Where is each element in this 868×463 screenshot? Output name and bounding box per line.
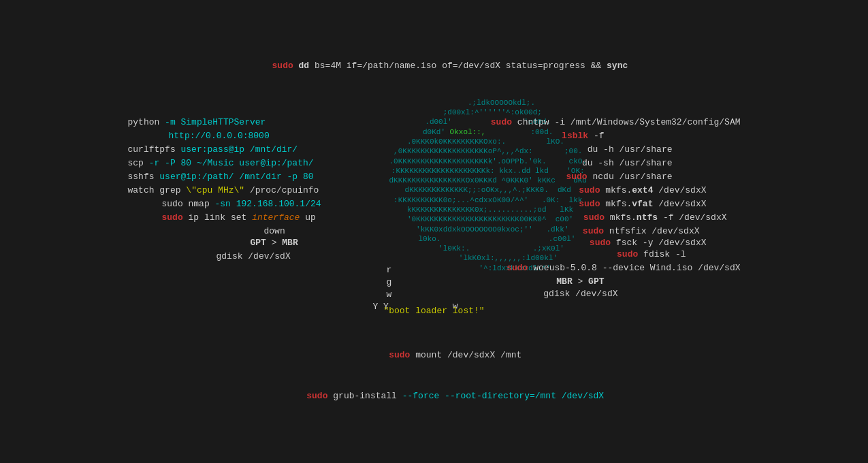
grub-install-line: sudo grub-install --force --root-directo… [128, 377, 741, 416]
gdisk-cmd-left: gdisk /dev/sdX [216, 251, 291, 261]
dd-command-line: sudo dd bs=4M if=/path/name.iso of=/dev/… [128, 47, 741, 86]
python-label: python [128, 117, 165, 127]
ip-sudo: sudo [162, 212, 183, 223]
grub-sudo: sudo [306, 391, 327, 401]
lsblk-label: lsblk [562, 131, 588, 141]
ntfsfix-sudo: sudo [583, 226, 604, 236]
ascii-line-16: 'l0Kk:. .;xK0l' [281, 244, 587, 253]
sshfs-cmd-line: sshfs user@ip:/path/ /mnt/dir -p 80 [128, 172, 314, 182]
watch-cmd-line: watch grep \"cpu MHz\" /proc/cpuinfo [128, 185, 319, 195]
mkfs-ext4-sudo: sudo [579, 185, 600, 195]
ip-up: up [300, 212, 315, 223]
mkfs-vfat-dev: /dev/sdxX [653, 199, 706, 209]
gdisk-label-left: gdisk /dev/sdX [216, 251, 291, 261]
terminal-window: sudo dd bs=4M if=/path/name.iso of=/dev/… [0, 0, 868, 463]
gpt-mbr-left: GPT > MBR [251, 238, 298, 248]
gdisk-cmd-right: gdisk /dev/sdX [543, 289, 617, 299]
woeusb-line: sudo woeusb-5.0.8 --device Wind.iso /dev… [507, 263, 740, 273]
mbr-text-right: MBR [556, 276, 572, 287]
mkfs-ntfs-type: ntfs [637, 212, 658, 223]
watch-pattern: \"cpu MHz\" [186, 185, 244, 195]
gpt-text-left: GPT [251, 238, 266, 248]
ascii-line-17: 'lkK0xl:,,,,,,:ld00kl' [281, 253, 587, 263]
dd-args: bs=4M if=/path/name.iso of=/dev/sdX stat… [309, 61, 607, 71]
ip-interface: interface [252, 212, 300, 223]
ascii-line-4: d0Kd' Okxol::, :00d. [281, 127, 587, 137]
mkfs-ext4-cmd: mkfs. [600, 185, 632, 195]
w-label-left: w [387, 289, 392, 300]
fdisk-line: sudo fdisk -l [617, 249, 686, 259]
mkfs-ntfs-cmd: mkfs. [605, 212, 637, 223]
mkfs-ext4-dev: /dev/sdxX [653, 185, 706, 195]
http-url-line: http://0.0.0.0:8000 [169, 131, 270, 141]
ascii-line-1: .;ldkOOOOOkdl;. [281, 98, 587, 108]
watch-args2: /proc/cpuinfo [244, 185, 319, 195]
g-label: g [387, 277, 392, 287]
scp-cmd-line: scp -r -P 80 ~/Music user@ip:/path/ [128, 158, 314, 168]
down-text: down [264, 226, 285, 236]
r-label: r [387, 265, 392, 275]
boot-loader-lost: "boot loader lost!" [383, 306, 484, 316]
boot-loader-text: "boot loader lost!" [383, 306, 484, 316]
woeusb-cmd: woeusb-5.0.8 --device Wind.iso /dev/sdX [528, 263, 740, 273]
mkfs-vfat-line: sudo mkfs.vfat /dev/sdxX [579, 199, 706, 209]
lsblk-args: -f [588, 131, 604, 141]
ascii-line-6: ,0KKKKKKKKKKKKKKKKKKKoP^,,,^dx: ;00. [281, 146, 587, 156]
w-text-left: w [387, 289, 392, 300]
nmap-cmd-line: sudo nmap -sn 192.168.100.1/24 [162, 199, 321, 209]
dd-space [293, 61, 299, 71]
python-args: -m SimpleHTTPServer [165, 117, 266, 127]
ntfsfix-cmd: ntfsfix /dev/sdxX [604, 226, 699, 236]
ip-cmd-line: sudo ip link set interface up [162, 212, 316, 223]
ascii-commands-area: .;ldkOOOOOkdl;. ;d00xl:^''''''^:ok00d; .… [128, 98, 741, 316]
mkfs-vfat-cmd: mkfs. [600, 199, 632, 209]
content-area: sudo dd bs=4M if=/path/name.iso of=/dev/… [128, 47, 741, 416]
gpt-text-right: GPT [588, 276, 604, 287]
scp-label: scp [128, 158, 149, 168]
chntpw-cmd-line: sudo chntpw -i /mnt/Windows/System32/con… [491, 117, 741, 127]
sshfs-args: user@ip:/path/ /mnt/dir -p 80 [159, 172, 313, 182]
ncdu-sudo: sudo [566, 172, 587, 182]
du-h-cmd-line: du -h /usr/share [588, 144, 673, 155]
http-url: http://0.0.0.0:8000 [169, 131, 270, 141]
mount-sudo: sudo [389, 350, 410, 360]
mkfs-ntfs-line: sudo mkfs.ntfs -f /dev/sdxX [583, 212, 727, 223]
down-label: down [264, 226, 285, 236]
ascii-line-9: dKKKKKKKKKKKKKKKKOx0KKKd ^0KKK0' kKKc dK… [281, 176, 587, 185]
curl-label: curlftpfs [128, 144, 181, 155]
sshfs-label: sshfs [128, 172, 160, 182]
gpt-arrow-left: > [266, 238, 282, 248]
du-h-cmd: du -h /usr/share [588, 144, 673, 155]
r-text: r [387, 265, 392, 275]
fdisk-cmd: fdisk -l [638, 249, 686, 259]
ascii-line-7: .0KKKKKKKKKKKKKKKKKKKKk'.oOPPb.'0k. ckO. [281, 157, 587, 166]
ascii-line-15: l0ko. .c00l' [281, 234, 587, 244]
chntpw-sudo: sudo [491, 117, 512, 127]
curl-cmd-line: curlftpfs user:pass@ip /mnt/dir/ [128, 144, 298, 155]
gdisk-label-right: gdisk /dev/sdX [543, 289, 617, 299]
mkfs-ext4-line: sudo mkfs.ext4 /dev/sdxX [579, 185, 706, 195]
ncdu-cmd: ncdu /usr/share [588, 172, 673, 182]
fsck-line: sudo fsck -y /dev/sdxX [590, 238, 707, 248]
ascii-line-14: 'kKK0xddxkOOOOOOOO0kxoc;'' .dkk' [281, 225, 587, 234]
mkfs-ntfs-args: -f /dev/sdxX [658, 212, 726, 223]
mkfs-vfat-sudo: sudo [579, 199, 600, 209]
mount-cmd: mount /dev/sdxX /mnt [410, 350, 521, 360]
nmap-label: sudo nmap [162, 199, 215, 209]
g-text: g [387, 277, 392, 287]
fsck-cmd: fsck -y /dev/sdxX [611, 238, 706, 248]
ascii-line-8: :KKKKKKKKKKKKKKKKKKKKk: kkx..dd lkd 'OK: [281, 166, 587, 176]
ntfsfix-line: sudo ntfsfix /dev/sdxX [583, 226, 700, 236]
grub-cmd: grub-install [327, 391, 402, 401]
python-cmd-line: python -m SimpleHTTPServer [128, 117, 266, 127]
mkfs-vfat-type: vfat [632, 199, 653, 209]
dd-cmd: dd [299, 61, 310, 71]
grub-args: --force --root-directory=/mnt /dev/sdX [402, 391, 604, 401]
ascii-line-10: dKKKKKKKKKKKKK;;:oOKx,,,^.;KKK0. dKd [281, 185, 587, 195]
ncdu-cmd-line: sudo ncdu /usr/share [566, 172, 672, 182]
mbr-text-left: MBR [282, 238, 298, 248]
mbr-arrow-right: > [573, 276, 588, 287]
mkfs-ntfs-sudo: sudo [583, 212, 605, 223]
curl-args: user:pass@ip /mnt/dir/ [181, 144, 298, 155]
du-sh-cmd: du -sh /usr/share [582, 158, 673, 168]
